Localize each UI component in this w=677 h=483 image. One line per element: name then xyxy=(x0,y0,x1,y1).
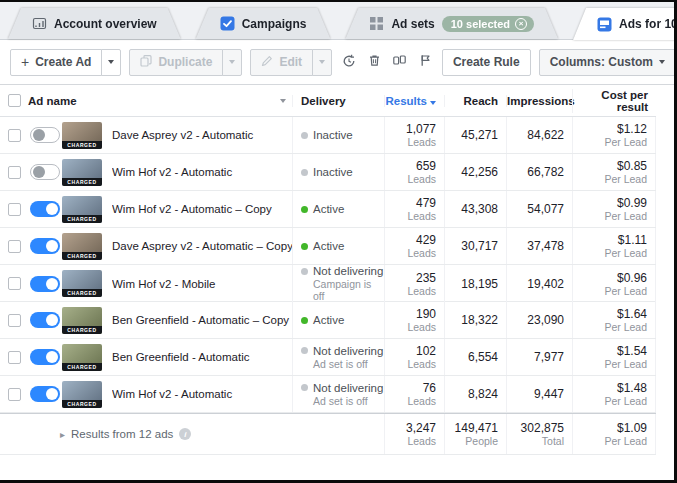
thumbnail-label: CHARGED xyxy=(62,400,102,408)
results-unit: Leads xyxy=(407,321,436,333)
ad-name-link[interactable]: Wim Hof v2 - Mobile xyxy=(112,278,216,290)
selected-count-badge[interactable]: 10 selected × xyxy=(442,16,534,32)
status-dot-icon xyxy=(301,317,308,324)
ads-icon xyxy=(597,17,612,32)
ads-table-body: CHARGED Dave Asprey v2 - Automatic Inact… xyxy=(0,117,656,413)
duplicate-dropdown-button[interactable] xyxy=(222,49,242,76)
total-results-cell: 3,247 Leads xyxy=(384,414,444,454)
header-impressions[interactable]: Impressions xyxy=(506,95,572,107)
status-line: Active xyxy=(301,314,344,326)
ad-toggle[interactable] xyxy=(30,164,60,180)
row-checkbox[interactable] xyxy=(8,203,21,216)
total-results-value: 3,247 xyxy=(406,421,436,435)
row-checkbox[interactable] xyxy=(8,129,21,142)
tab-account-overview[interactable]: Account overview xyxy=(8,8,181,39)
total-reach-value: 149,471 xyxy=(455,421,498,435)
row-checkbox[interactable] xyxy=(8,388,21,401)
results-cell: 1,077 Leads xyxy=(384,117,444,153)
ad-toggle[interactable] xyxy=(30,127,60,143)
ad-name-link[interactable]: Wim Hof v2 - Automatic xyxy=(112,388,232,400)
ad-toggle[interactable] xyxy=(30,386,60,402)
tab-ad-sets[interactable]: Ad sets 10 selected × xyxy=(345,8,558,39)
pin-flag-button[interactable] xyxy=(416,49,433,75)
cost-value: $0.99 xyxy=(617,196,647,210)
results-value: 429 xyxy=(416,233,436,247)
ad-thumbnail[interactable]: CHARGED xyxy=(62,233,102,260)
status-label: Not delivering xyxy=(313,382,383,394)
ad-toggle[interactable] xyxy=(30,201,60,217)
impressions-cell: 23,090 xyxy=(506,302,572,338)
create-rule-label: Create Rule xyxy=(453,55,520,69)
impressions-cell: 37,478 xyxy=(506,228,572,264)
impressions-cell: 7,977 xyxy=(506,339,572,375)
status-dot-icon xyxy=(301,347,308,354)
history-revert-button[interactable] xyxy=(340,49,357,75)
total-reach-cell: 149,471 People xyxy=(444,414,506,454)
ad-toggle[interactable] xyxy=(30,238,60,254)
header-ad-name[interactable]: Ad name xyxy=(28,95,292,107)
create-rule-button[interactable]: Create Rule xyxy=(442,49,531,76)
impressions-value: 66,782 xyxy=(527,165,564,179)
row-toggle-cell xyxy=(28,117,62,153)
header-results[interactable]: Results xyxy=(384,95,444,107)
delivery-status: Active xyxy=(292,302,384,338)
ad-thumbnail[interactable]: CHARGED xyxy=(62,196,102,223)
header-reach[interactable]: Reach xyxy=(444,95,506,107)
ad-toggle[interactable] xyxy=(30,349,60,365)
tab-ad-sets-wrap: Ad sets 10 selected × xyxy=(345,8,558,39)
ad-name-link[interactable]: Wim Hof v2 - Automatic xyxy=(112,166,232,178)
ad-name-link[interactable]: Ben Greenfield - Automatic xyxy=(112,351,249,363)
ad-toggle[interactable] xyxy=(30,276,60,292)
ad-name-link[interactable]: Dave Asprey v2 - Automatic xyxy=(112,129,253,141)
tab-campaigns[interactable]: Campaigns xyxy=(196,8,331,39)
row-thumb-cell: CHARGED xyxy=(62,265,112,302)
results-cell: 102 Leads xyxy=(384,339,444,375)
ad-thumbnail[interactable]: CHARGED xyxy=(62,344,102,371)
header-checkbox-cell xyxy=(0,94,28,107)
row-checkbox[interactable] xyxy=(8,166,21,179)
total-cost-value: $1.09 xyxy=(617,421,647,435)
row-thumb-cell: CHARGED xyxy=(62,117,112,153)
toggle-knob xyxy=(46,314,58,326)
row-name-cell: Wim Hof v2 - Automatic xyxy=(112,154,292,190)
ad-name-link[interactable]: Dave Asprey v2 - Automatic – Copy xyxy=(112,240,292,252)
ad-toggle[interactable] xyxy=(30,312,60,328)
results-summary-toggle[interactable]: ▸ Results from 12 ads i xyxy=(0,428,384,440)
impressions-value: 7,977 xyxy=(534,350,564,364)
edit-button[interactable]: Edit xyxy=(250,49,313,76)
duplicate-button[interactable]: Duplicate xyxy=(129,49,223,76)
ad-thumbnail[interactable]: CHARGED xyxy=(62,381,102,408)
ad-thumbnail[interactable]: CHARGED xyxy=(62,307,102,334)
delete-button[interactable] xyxy=(366,49,383,75)
info-icon[interactable]: i xyxy=(179,428,191,440)
row-checkbox[interactable] xyxy=(8,277,21,290)
row-checkbox[interactable] xyxy=(8,314,21,327)
ad-thumbnail[interactable]: CHARGED xyxy=(62,159,102,186)
clear-selection-icon[interactable]: × xyxy=(515,18,527,30)
edit-label: Edit xyxy=(279,55,302,69)
header-cost-per-result[interactable]: Cost per result xyxy=(572,89,656,113)
thumbnail-label: CHARGED xyxy=(62,141,102,149)
results-unit: Leads xyxy=(407,285,436,297)
row-name-cell: Wim Hof v2 - Mobile xyxy=(112,265,292,302)
row-checkbox[interactable] xyxy=(8,351,21,364)
toggle-knob xyxy=(46,203,58,215)
edit-dropdown-button[interactable] xyxy=(312,49,332,76)
cost-value: $1.48 xyxy=(617,381,647,395)
ad-name-link[interactable]: Wim Hof v2 - Automatic – Copy xyxy=(112,203,272,215)
status-dot-icon xyxy=(301,268,308,275)
columns-button[interactable]: Columns: Custom xyxy=(539,49,676,76)
ad-thumbnail[interactable]: CHARGED xyxy=(62,270,102,297)
duplicate-icon xyxy=(140,55,152,70)
tab-ads[interactable]: Ads for 10 Ad s xyxy=(573,8,677,40)
reach-cell: 42,256 xyxy=(444,154,506,190)
create-ad-button[interactable]: + Create Ad xyxy=(10,49,102,76)
ad-name-link[interactable]: Ben Greenfield - Automatic – Copy xyxy=(112,314,289,326)
select-all-checkbox[interactable] xyxy=(8,94,21,107)
split-test-button[interactable] xyxy=(391,49,408,75)
status-dot-icon xyxy=(301,169,308,176)
row-checkbox[interactable] xyxy=(8,240,21,253)
create-ad-dropdown-button[interactable] xyxy=(101,49,121,76)
ad-thumbnail[interactable]: CHARGED xyxy=(62,122,102,149)
row-thumb-cell: CHARGED xyxy=(62,302,112,338)
